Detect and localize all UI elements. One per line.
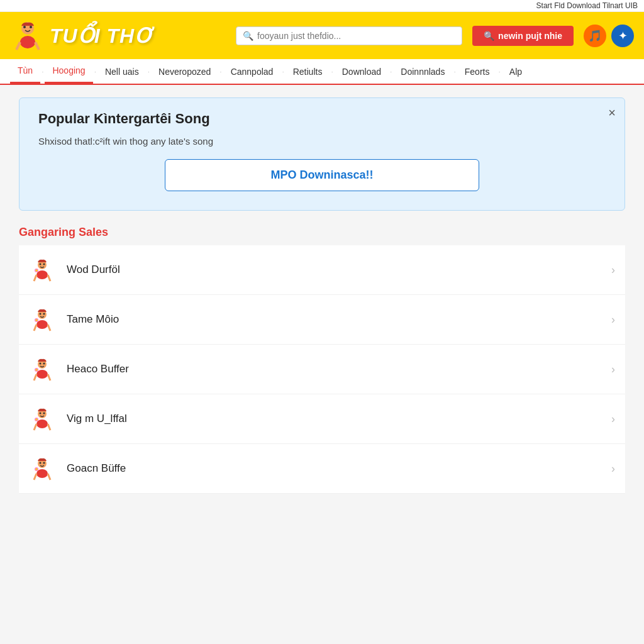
- nav-sep-2: ·: [147, 67, 151, 76]
- song-avatar-0: [29, 257, 55, 283]
- star-icon: ✦: [618, 29, 628, 43]
- svg-point-21: [36, 319, 38, 321]
- svg-point-41: [43, 462, 45, 464]
- search-area: 🔍: [236, 26, 462, 45]
- promo-close-button[interactable]: ×: [608, 106, 616, 120]
- nav-item-download[interactable]: Download: [335, 60, 389, 83]
- chevron-icon-0: ›: [611, 264, 615, 277]
- svg-point-25: [43, 363, 45, 365]
- svg-line-34: [34, 424, 36, 430]
- svg-point-24: [40, 363, 42, 365]
- svg-point-39: [36, 469, 48, 478]
- svg-line-18: [34, 325, 36, 331]
- svg-point-13: [36, 270, 38, 272]
- song-title-2: Heaco Buffer: [67, 363, 611, 375]
- nav-sep-3: ·: [218, 67, 223, 76]
- nav-item-tun[interactable]: Tùn: [10, 59, 40, 84]
- nav-sep-0: ·: [40, 67, 45, 76]
- main-content: Popular Kìntergartêi Song × Shxisod that…: [0, 85, 644, 626]
- nav-sep-5: ·: [330, 67, 334, 76]
- svg-line-4: [16, 42, 20, 50]
- logo-area: TUỔI THƠ: [10, 18, 153, 53]
- search-input[interactable]: [257, 31, 455, 41]
- svg-point-16: [40, 313, 42, 315]
- svg-point-2: [23, 26, 26, 28]
- promo-download-button[interactable]: MPO Downinasca!!: [165, 159, 479, 191]
- svg-point-17: [43, 313, 45, 315]
- mascot-icon: [11, 19, 44, 52]
- promo-box-description: Shxisod thatl:c²ift win thog any late's …: [38, 136, 606, 147]
- svg-point-33: [43, 413, 45, 414]
- nav-item-cannpolad[interactable]: Cannpolad: [223, 60, 281, 83]
- song-avatar-3: [29, 406, 55, 432]
- song-title-4: Goacn Büffe: [67, 462, 611, 475]
- chevron-icon-3: ›: [611, 413, 615, 426]
- svg-point-23: [36, 370, 48, 379]
- svg-point-8: [40, 264, 42, 265]
- svg-point-1: [20, 36, 35, 48]
- svg-point-37: [36, 419, 38, 421]
- chevron-icon-2: ›: [611, 363, 615, 376]
- svg-line-42: [34, 474, 36, 480]
- svg-point-7: [36, 270, 48, 279]
- search-btn-label: newin pujt nhie: [498, 31, 562, 41]
- song-avatar-1: [29, 306, 55, 333]
- svg-point-15: [36, 320, 48, 329]
- song-item-3[interactable]: Vig m U_lffal ›: [19, 394, 625, 444]
- logo-text: TUỔI THƠ: [50, 24, 153, 48]
- promo-box: Popular Kìntergartêi Song × Shxisod that…: [19, 97, 625, 211]
- chevron-icon-1: ›: [611, 313, 615, 326]
- svg-line-5: [35, 42, 39, 50]
- svg-point-9: [43, 264, 45, 265]
- nav-item-neveropozed[interactable]: Neveropozed: [151, 60, 218, 83]
- nav-item-hooging[interactable]: Hooging: [45, 59, 92, 84]
- nav-item-doinnnlads[interactable]: Doinnnlads: [393, 60, 452, 83]
- header-icons: 🎵 ✦: [584, 25, 634, 47]
- song-title-3: Vig m U_lffal: [67, 413, 611, 425]
- svg-point-31: [36, 419, 48, 428]
- svg-line-35: [48, 424, 50, 430]
- song-item-4[interactable]: Goacn Büffe ›: [19, 444, 625, 494]
- section-title: Gangaring Sales: [19, 226, 625, 239]
- header-icon-button-2[interactable]: ✦: [611, 25, 634, 47]
- svg-point-3: [30, 26, 32, 28]
- top-announcement-bar: Start Fld Download Tilnart UIB: [0, 0, 644, 12]
- svg-line-11: [48, 275, 50, 281]
- nav-sep-8: ·: [497, 67, 501, 76]
- music-icon: 🎵: [588, 29, 602, 43]
- svg-line-19: [48, 325, 50, 331]
- nav-item-feorts[interactable]: Feorts: [457, 60, 497, 83]
- svg-point-29: [36, 369, 38, 371]
- nav-sep-1: ·: [93, 67, 97, 76]
- nav-item-nell-uais[interactable]: Nell uais: [97, 60, 147, 83]
- svg-point-45: [36, 469, 38, 470]
- search-btn-icon: 🔍: [484, 31, 494, 41]
- song-item-0[interactable]: Wod Durföl ›: [19, 245, 625, 295]
- search-box: 🔍: [236, 26, 462, 45]
- song-avatar-2: [29, 356, 55, 382]
- svg-line-10: [34, 275, 36, 281]
- song-title-0: Wod Durföl: [67, 264, 611, 276]
- search-button[interactable]: 🔍 newin pujt nhie: [472, 26, 574, 46]
- svg-line-26: [34, 374, 36, 380]
- svg-point-32: [40, 413, 42, 414]
- search-icon: 🔍: [243, 31, 253, 41]
- header-icon-button-1[interactable]: 🎵: [584, 25, 606, 47]
- top-bar-text: Start Fld Download Tilnart UIB: [536, 1, 638, 10]
- svg-line-43: [48, 474, 50, 480]
- song-item-1[interactable]: Tame Môio ›: [19, 295, 625, 345]
- song-avatar-4: [29, 455, 55, 482]
- song-title-1: Tame Môio: [67, 313, 611, 326]
- nav-item-retiults[interactable]: Retiults: [286, 60, 330, 83]
- song-item-2[interactable]: Heaco Buffer ›: [19, 345, 625, 394]
- chevron-icon-4: ›: [611, 462, 615, 475]
- nav-sep-4: ·: [280, 67, 285, 76]
- header: TUỔI THƠ 🔍 🔍 newin pujt nhie 🎵 ✦: [0, 12, 644, 59]
- nav-sep-6: ·: [389, 67, 393, 76]
- song-list: Wod Durföl › Tame Môio ›: [19, 245, 625, 494]
- logo-icon: [10, 18, 45, 53]
- promo-box-title: Popular Kìntergartêi Song: [38, 111, 606, 127]
- navbar: Tùn · Hooging · Nell uais · Neveropozed …: [0, 59, 644, 85]
- nav-sep-7: ·: [452, 67, 457, 76]
- nav-item-alp[interactable]: Alp: [502, 60, 530, 83]
